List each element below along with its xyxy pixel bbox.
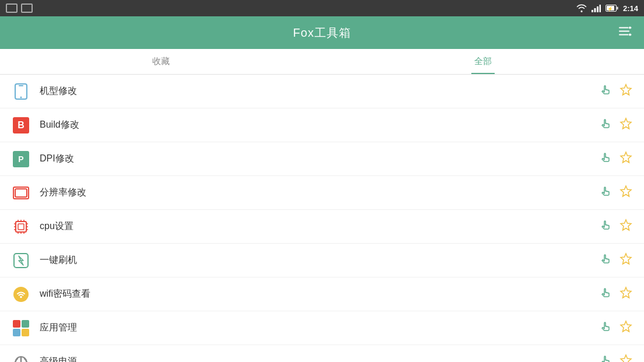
window-btn-2 xyxy=(21,3,33,13)
svg-marker-41 xyxy=(621,321,631,332)
tool-star-apps[interactable] xyxy=(620,320,632,336)
tool-item-build[interactable]: B Build修改 xyxy=(0,108,644,142)
tool-icon-flash xyxy=(12,251,30,270)
svg-text:⚡: ⚡ xyxy=(607,6,613,12)
tool-name-model: 机型修改 xyxy=(40,85,600,97)
app-title: Fox工具箱 xyxy=(293,25,351,41)
tool-star-build[interactable] xyxy=(620,117,632,133)
tool-actions-resolution xyxy=(600,185,632,201)
tool-item-apps[interactable]: 应用管理 xyxy=(0,311,644,345)
battery-status-icon: ⚡ xyxy=(606,5,618,12)
tool-star-cpu[interactable] xyxy=(620,219,632,234)
wifi-status-icon xyxy=(576,4,587,12)
svg-marker-17 xyxy=(621,118,631,129)
tool-item-cpu[interactable]: cpu设置 xyxy=(0,210,644,244)
tool-hand-build[interactable] xyxy=(600,117,612,133)
svg-marker-35 xyxy=(621,220,631,230)
tool-actions-build xyxy=(600,117,632,133)
svg-rect-1 xyxy=(594,8,596,12)
window-btn-1 xyxy=(6,3,18,13)
svg-rect-3 xyxy=(599,5,601,12)
tool-icon-dpi: P xyxy=(12,150,30,168)
tool-star-power[interactable] xyxy=(620,354,632,362)
filter-button[interactable] xyxy=(618,26,632,40)
tool-hand-resolution[interactable] xyxy=(600,185,612,201)
tab-favorites[interactable]: 收藏 xyxy=(0,49,322,74)
svg-marker-18 xyxy=(621,152,631,163)
tool-actions-model xyxy=(600,83,632,99)
tool-item-wifi[interactable]: wifi密码查看 xyxy=(0,277,644,311)
status-bar-right: ⚡ 2:14 xyxy=(576,4,638,13)
tool-star-model[interactable] xyxy=(620,83,632,99)
tool-actions-power xyxy=(600,354,632,362)
tool-hand-flash[interactable] xyxy=(600,252,612,268)
tool-star-dpi[interactable] xyxy=(620,151,632,167)
tool-name-flash: 一键刷机 xyxy=(40,254,600,266)
svg-rect-19 xyxy=(15,189,27,197)
svg-point-39 xyxy=(20,296,22,298)
tool-hand-cpu[interactable] xyxy=(600,219,612,234)
tool-icon-cpu xyxy=(12,217,30,236)
svg-point-15 xyxy=(20,96,22,98)
tool-item-power[interactable]: 高级电源 xyxy=(0,345,644,362)
svg-marker-16 xyxy=(621,85,631,95)
tool-list: 机型修改 B Build修改 xyxy=(0,75,644,362)
tool-hand-power[interactable] xyxy=(600,354,612,362)
tool-hand-wifi[interactable] xyxy=(600,286,612,302)
status-bar-left xyxy=(6,3,33,13)
tool-icon-model xyxy=(12,82,30,101)
tool-actions-dpi xyxy=(600,151,632,167)
tool-item-flash[interactable]: 一键刷机 xyxy=(0,244,644,277)
svg-point-11 xyxy=(629,26,632,29)
tool-name-resolution: 分辨率修改 xyxy=(40,187,600,199)
tool-item-resolution[interactable]: 分辨率修改 xyxy=(0,176,644,210)
tool-actions-cpu xyxy=(600,219,632,234)
status-time: 2:14 xyxy=(623,4,638,13)
tool-hand-dpi[interactable] xyxy=(600,151,612,167)
tool-star-wifi[interactable] xyxy=(620,286,632,302)
tool-actions-apps xyxy=(600,320,632,336)
status-bar: ⚡ 2:14 xyxy=(0,0,644,16)
tool-item-dpi[interactable]: P DPI修改 xyxy=(0,142,644,176)
tool-icon-wifi xyxy=(12,285,30,304)
svg-rect-2 xyxy=(597,6,598,12)
tool-star-flash[interactable] xyxy=(620,252,632,268)
tool-icon-apps xyxy=(12,319,30,338)
tool-icon-build: B xyxy=(12,116,30,135)
tool-name-cpu: cpu设置 xyxy=(40,220,600,233)
tool-star-resolution[interactable] xyxy=(620,185,632,201)
svg-point-12 xyxy=(629,33,632,36)
tool-icon-power xyxy=(12,353,30,363)
svg-rect-22 xyxy=(18,224,24,230)
tab-all[interactable]: 全部 xyxy=(322,49,644,74)
tool-icon-resolution xyxy=(12,184,30,202)
tool-item-model[interactable]: 机型修改 xyxy=(0,75,644,108)
tool-name-wifi: wifi密码查看 xyxy=(40,288,600,300)
svg-rect-5 xyxy=(617,7,618,10)
svg-marker-37 xyxy=(621,254,631,264)
svg-marker-20 xyxy=(621,186,631,196)
svg-rect-0 xyxy=(592,10,593,12)
tool-name-apps: 应用管理 xyxy=(40,322,600,334)
signal-status-icon xyxy=(592,4,601,12)
tool-name-dpi: DPI修改 xyxy=(40,153,600,165)
tool-hand-apps[interactable] xyxy=(600,320,612,336)
app-bar: Fox工具箱 xyxy=(0,16,644,49)
tool-actions-flash xyxy=(600,252,632,268)
tool-actions-wifi xyxy=(600,286,632,302)
svg-marker-40 xyxy=(621,287,631,298)
svg-rect-21 xyxy=(16,222,26,232)
svg-marker-44 xyxy=(621,355,631,362)
tool-name-build: Build修改 xyxy=(40,119,600,131)
tab-bar: 收藏 全部 xyxy=(0,49,644,75)
tool-hand-model[interactable] xyxy=(600,83,612,99)
tool-name-power: 高级电源 xyxy=(40,356,600,362)
